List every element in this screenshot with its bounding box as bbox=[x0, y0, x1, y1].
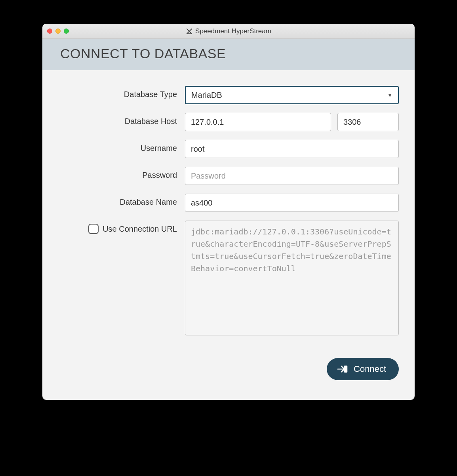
page-header: CONNECT TO DATABASE bbox=[42, 39, 415, 70]
database-type-value: MariaDB bbox=[191, 91, 222, 100]
database-host-input[interactable] bbox=[185, 113, 331, 131]
password-label: Password bbox=[142, 171, 177, 179]
database-type-select[interactable]: MariaDB ▼ bbox=[185, 86, 399, 104]
titlebar: Speedment HyperStream bbox=[42, 24, 415, 39]
close-window-button[interactable] bbox=[47, 29, 52, 34]
use-connection-url-checkbox[interactable] bbox=[88, 224, 99, 234]
minimize-window-button[interactable] bbox=[55, 29, 61, 34]
database-host-label: Database Host bbox=[125, 117, 177, 126]
app-window: Speedment HyperStream CONNECT TO DATABAS… bbox=[42, 24, 415, 400]
svg-rect-0 bbox=[344, 366, 348, 373]
chevron-down-icon: ▼ bbox=[387, 92, 392, 98]
database-port-input[interactable] bbox=[337, 113, 399, 131]
database-name-label: Database Name bbox=[120, 198, 177, 206]
connect-button[interactable]: Connect bbox=[327, 358, 399, 380]
database-name-input[interactable] bbox=[185, 194, 399, 212]
username-input[interactable] bbox=[185, 140, 399, 158]
database-type-label: Database Type bbox=[124, 90, 177, 99]
password-input[interactable] bbox=[185, 167, 399, 185]
traffic-lights bbox=[47, 29, 69, 34]
app-icon bbox=[186, 28, 193, 35]
login-icon bbox=[337, 364, 348, 374]
username-label: Username bbox=[141, 144, 177, 152]
page-title: CONNECT TO DATABASE bbox=[60, 46, 397, 61]
connection-form: Database Type MariaDB ▼ Database Host Us… bbox=[42, 70, 415, 356]
connect-button-label: Connect bbox=[354, 364, 386, 374]
connection-url-textarea[interactable] bbox=[185, 221, 399, 335]
use-connection-url-label: Use Connection URL bbox=[103, 225, 177, 234]
window-title: Speedment HyperStream bbox=[195, 27, 271, 35]
fullscreen-window-button[interactable] bbox=[64, 29, 69, 34]
